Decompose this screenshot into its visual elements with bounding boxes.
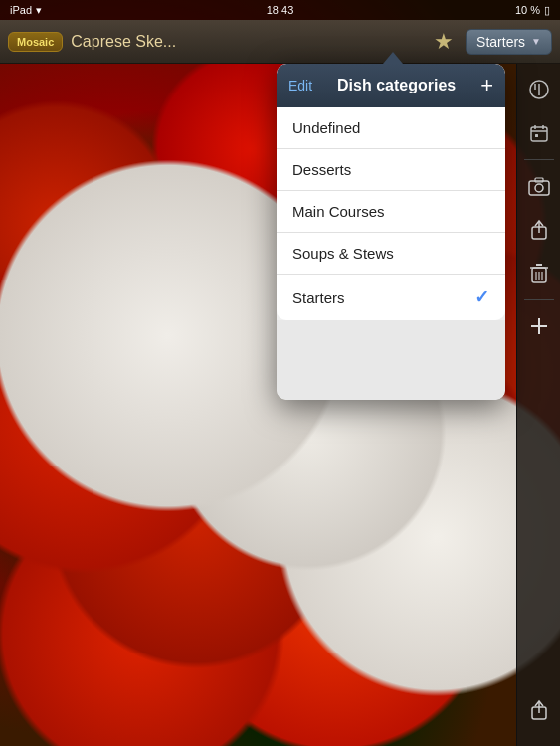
popup-header: Edit Dish categories + <box>277 64 505 107</box>
status-bar: iPad ▾ 18:43 10 % ▯ <box>0 0 560 20</box>
toolbar-divider-2 <box>524 299 554 300</box>
nav-title: Caprese Ske... <box>71 33 434 51</box>
star-icon[interactable]: ★ <box>434 29 454 55</box>
list-item[interactable]: Desserts <box>277 149 505 191</box>
svg-rect-8 <box>529 181 549 195</box>
utensils-icon[interactable] <box>519 70 559 109</box>
categories-list: Undefined Desserts Main Courses Soups & … <box>277 107 505 320</box>
battery-icon: ▯ <box>544 4 550 17</box>
svg-rect-3 <box>531 127 547 141</box>
starters-dropdown[interactable]: Starters ▼ <box>466 29 552 55</box>
camera-icon[interactable] <box>519 166 559 206</box>
trash-icon[interactable] <box>519 254 559 293</box>
share-bottom-icon[interactable] <box>519 690 559 730</box>
svg-point-9 <box>535 184 543 192</box>
add-button[interactable] <box>519 306 559 346</box>
category-label: Soups & Stews <box>292 245 394 262</box>
chevron-down-icon: ▼ <box>531 36 541 47</box>
calendar-icon[interactable] <box>519 113 559 153</box>
nav-bar: Mosaic Caprese Ske... ★ Starters ▼ <box>0 20 560 64</box>
edit-button[interactable]: Edit <box>288 78 312 93</box>
category-label: Main Courses <box>292 203 385 220</box>
add-category-button[interactable]: + <box>480 75 493 96</box>
status-time: 18:43 <box>267 4 294 16</box>
dropdown-current-label: Starters <box>476 34 525 50</box>
popup-title: Dish categories <box>312 77 480 94</box>
toolbar-divider-1 <box>524 159 554 160</box>
list-item[interactable]: Soups & Stews <box>277 233 505 275</box>
status-left: iPad ▾ <box>10 4 42 17</box>
category-label: Starters <box>292 289 345 306</box>
checkmark-icon: ✓ <box>474 286 489 308</box>
dish-categories-popup: Edit Dish categories + Undefined Dessert… <box>277 64 505 400</box>
mosaic-badge[interactable]: Mosaic <box>8 32 63 52</box>
dropdown-arrow <box>383 52 403 64</box>
carrier-label: iPad <box>10 4 32 16</box>
category-label: Desserts <box>292 161 351 178</box>
wifi-icon: ▾ <box>36 4 42 17</box>
list-item-selected[interactable]: Starters ✓ <box>277 275 505 320</box>
share-icon[interactable] <box>519 210 559 250</box>
popup-footer <box>277 320 505 400</box>
svg-rect-7 <box>535 134 538 137</box>
battery-label: 10 % <box>515 4 540 16</box>
category-label: Undefined <box>292 119 360 136</box>
list-item[interactable]: Main Courses <box>277 191 505 233</box>
status-right: 10 % ▯ <box>515 4 550 17</box>
list-item[interactable]: Undefined <box>277 107 505 149</box>
right-toolbar <box>516 64 560 746</box>
